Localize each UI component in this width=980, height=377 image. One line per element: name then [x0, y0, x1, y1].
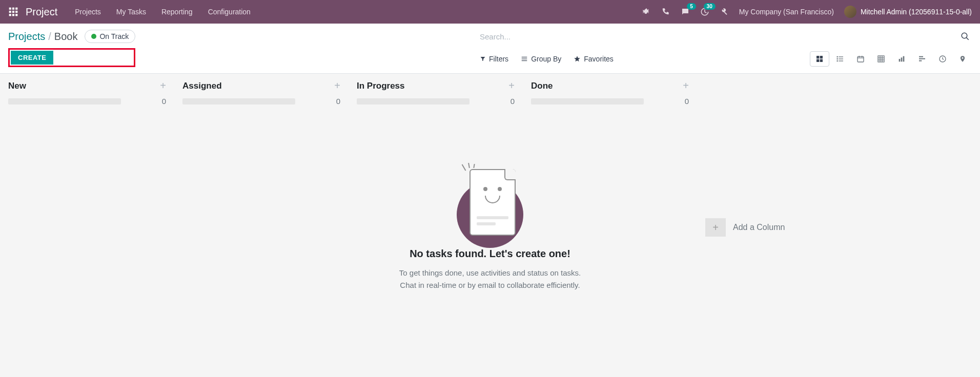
svg-point-40: [962, 57, 964, 59]
favorites-button[interactable]: Favorites: [574, 55, 614, 63]
breadcrumb-separator: /: [48, 31, 51, 43]
svg-rect-37: [919, 58, 925, 59]
search-icon[interactable]: [958, 30, 972, 43]
phone-icon[interactable]: [661, 7, 670, 16]
nav-item-my-tasks[interactable]: My Tasks: [116, 8, 146, 16]
view-switcher: [810, 51, 972, 67]
star-icon: [574, 55, 581, 62]
column-progress-bar: [182, 98, 295, 104]
empty-desc-2: Chat in real-time or by email to collabo…: [336, 279, 644, 291]
svg-rect-14: [816, 56, 819, 58]
svg-rect-11: [522, 57, 527, 57]
filter-group: Filters Group By Favorites: [480, 55, 614, 63]
avatar: [844, 6, 856, 18]
view-pivot[interactable]: [871, 51, 891, 67]
kanban-board: New + 0 Assigned + 0 In Progress + 0 Don…: [0, 74, 980, 377]
navbar-right: 5 30 My Company (San Francisco) Mitchell…: [642, 6, 972, 18]
breadcrumb-parent[interactable]: Projects: [8, 31, 45, 43]
messages-icon[interactable]: 5: [681, 7, 690, 16]
navbar-left: Project Projects My Tasks Reporting Conf…: [8, 6, 251, 18]
view-list[interactable]: [830, 51, 850, 67]
column-add-icon[interactable]: +: [334, 80, 340, 92]
control-panel: Projects / Book On Track CREATE: [0, 24, 980, 74]
svg-rect-16: [816, 59, 819, 62]
user-menu[interactable]: Mitchell Admin (12056911-15-0-all): [844, 6, 972, 18]
breadcrumb: Projects / Book: [8, 31, 77, 43]
svg-rect-0: [9, 8, 11, 10]
gantt-icon: [918, 55, 926, 63]
bug-icon[interactable]: [642, 7, 651, 16]
kanban-column-assigned: Assigned + 0: [174, 74, 349, 377]
kanban-icon: [815, 55, 824, 63]
apps-icon[interactable]: [8, 7, 18, 17]
view-gantt[interactable]: [912, 51, 932, 67]
column-progress-bar: [357, 98, 469, 104]
list-view-icon: [836, 55, 844, 63]
svg-point-22: [836, 60, 838, 62]
breadcrumb-current: Book: [54, 31, 78, 43]
svg-rect-3: [9, 11, 11, 13]
tools-icon[interactable]: [720, 7, 729, 16]
nav-item-projects[interactable]: Projects: [75, 8, 101, 16]
brand-title[interactable]: Project: [26, 6, 57, 18]
svg-rect-1: [12, 8, 14, 10]
filters-label: Filters: [489, 55, 508, 63]
favorites-label: Favorites: [584, 55, 614, 63]
add-column-button[interactable]: +: [705, 218, 726, 237]
create-button[interactable]: CREATE: [11, 51, 53, 65]
svg-rect-15: [820, 56, 823, 58]
username: Mitchell Admin (12056911-15-0-all): [861, 8, 972, 16]
add-column: + Add a Column: [697, 74, 793, 377]
column-title[interactable]: Done: [531, 81, 553, 91]
view-activity[interactable]: [933, 51, 952, 67]
svg-rect-8: [15, 14, 17, 16]
view-map[interactable]: [953, 51, 972, 67]
svg-rect-34: [901, 57, 903, 61]
company-selector[interactable]: My Company (San Francisco): [739, 8, 834, 16]
svg-rect-13: [522, 60, 527, 61]
nav-item-reporting[interactable]: Reporting: [161, 8, 193, 16]
svg-rect-5: [15, 11, 17, 13]
svg-rect-17: [820, 59, 823, 62]
view-graph[interactable]: [892, 51, 911, 67]
column-add-icon[interactable]: +: [683, 80, 689, 92]
column-count: 0: [685, 97, 689, 106]
svg-line-10: [966, 37, 969, 40]
column-title[interactable]: In Progress: [357, 81, 405, 91]
activities-icon[interactable]: 30: [700, 7, 709, 16]
column-count: 0: [511, 97, 515, 106]
nav-menu: Projects My Tasks Reporting Configuratio…: [75, 8, 251, 16]
svg-rect-6: [9, 14, 11, 16]
status-pill[interactable]: On Track: [85, 30, 135, 43]
svg-point-18: [836, 56, 838, 58]
groupby-button[interactable]: Group By: [521, 55, 561, 63]
svg-point-20: [836, 58, 838, 60]
kanban-column-new: New + 0: [0, 74, 174, 377]
search-input[interactable]: [480, 30, 958, 43]
column-add-icon[interactable]: +: [160, 80, 166, 92]
svg-rect-38: [919, 60, 922, 61]
column-title[interactable]: New: [8, 81, 26, 91]
graph-icon: [897, 55, 906, 63]
add-column-label[interactable]: Add a Column: [733, 223, 785, 232]
svg-rect-12: [522, 58, 527, 59]
svg-rect-36: [919, 56, 923, 57]
column-title[interactable]: Assigned: [182, 81, 222, 91]
nav-item-configuration[interactable]: Configuration: [208, 8, 251, 16]
empty-illustration: [454, 166, 526, 238]
column-add-icon[interactable]: +: [508, 80, 515, 92]
messages-badge: 5: [687, 3, 696, 10]
svg-rect-35: [903, 56, 905, 62]
list-icon: [521, 55, 528, 62]
column-progress-bar: [531, 98, 644, 104]
calendar-icon: [856, 55, 865, 63]
svg-rect-21: [839, 58, 843, 59]
filters-button[interactable]: Filters: [480, 55, 508, 63]
column-count: 0: [336, 97, 340, 106]
map-pin-icon: [959, 55, 966, 63]
svg-rect-33: [899, 59, 901, 61]
activities-badge: 30: [704, 3, 716, 10]
view-kanban[interactable]: [810, 51, 829, 67]
view-calendar[interactable]: [851, 51, 870, 67]
clock-icon: [938, 55, 947, 63]
